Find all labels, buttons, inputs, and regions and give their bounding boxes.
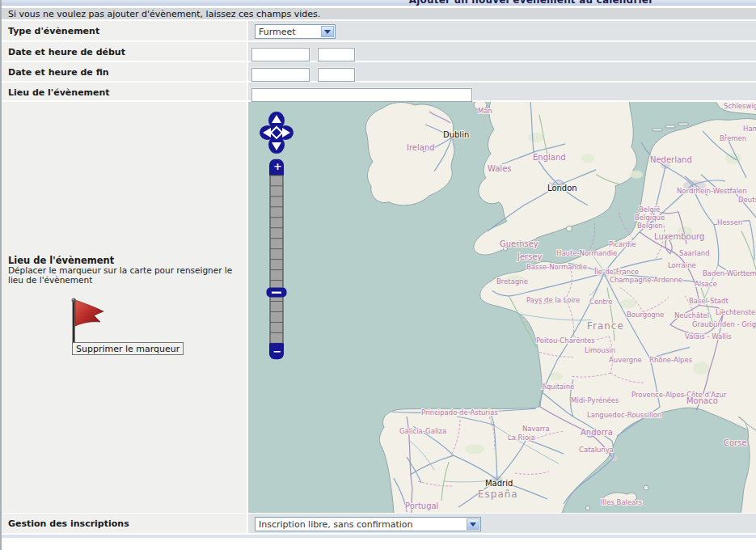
map-label: Liechtenstein xyxy=(716,308,756,316)
map-label: Pays de la Loire xyxy=(526,296,580,304)
event-type-select[interactable]: Furmeet xyxy=(255,24,336,39)
row-event-type: Type d'évènement Furmeet xyxy=(2,21,756,42)
map-label: Nederland xyxy=(650,155,692,164)
form-note: Si vous ne voulez pas ajouter d'évènemen… xyxy=(2,8,756,21)
map-label: Haute-Normandie xyxy=(556,249,617,257)
event-form-page: Ajouter un nouvel évènement au calendrie… xyxy=(0,0,756,550)
page-title: Ajouter un nouvel évènement au calendrie… xyxy=(268,0,756,6)
map-label: Jersey xyxy=(517,252,543,261)
map-label: Champagne-Ardenne xyxy=(610,276,682,284)
row-location-map: Lieu de l'évènement Déplacer le marqueur… xyxy=(2,102,756,514)
map-label: England xyxy=(533,153,566,162)
map-label: Bretagne xyxy=(496,277,528,286)
map-label: Île-de-France xyxy=(593,267,639,276)
map-zoom-control[interactable]: + − xyxy=(267,159,287,360)
map-label: Wales xyxy=(488,164,512,173)
registration-value: Inscription libre, sans confirmation xyxy=(259,519,480,530)
map-label: Valais - Wallis xyxy=(685,332,732,341)
map-label: Poitou-Charentes xyxy=(536,336,595,345)
wadden-island xyxy=(665,125,675,128)
map-label: Dublin xyxy=(443,130,469,139)
map-label: Madrid xyxy=(485,479,513,488)
ibiza-island xyxy=(586,506,590,510)
map-label: Aquitaine xyxy=(542,383,574,391)
map-label: Nordrhein-Westfalen xyxy=(677,187,747,195)
chevron-down-icon[interactable] xyxy=(467,518,479,530)
end-date-input[interactable] xyxy=(251,68,310,82)
start-time-input[interactable] xyxy=(318,48,355,61)
map-label: Man xyxy=(478,107,492,115)
map-label: Deutschl xyxy=(738,196,756,204)
map-label: België xyxy=(639,205,660,214)
map-label: La Rioja xyxy=(508,434,535,442)
chevron-down-icon[interactable] xyxy=(321,26,334,37)
map-label: Centre xyxy=(589,298,612,306)
section-titlebar: Ajouter un nouvel évènement au calendrie… xyxy=(2,0,756,8)
map-label: France xyxy=(587,320,624,332)
isle-of-wight xyxy=(567,226,572,231)
map-label: Corse xyxy=(724,438,747,447)
britain-landmass xyxy=(474,102,637,255)
row-end-datetime: Date et heure de fin xyxy=(2,62,756,82)
map-label: España xyxy=(478,489,518,500)
map-label: Hessen xyxy=(717,218,742,226)
map-label: Andorra xyxy=(581,428,613,437)
map-label: Belgien xyxy=(637,222,663,230)
map-label: Bourgogne xyxy=(627,311,664,319)
next-section-bar xyxy=(2,534,756,538)
map-label: Limousin xyxy=(585,346,615,354)
row-registration: Gestion des inscriptions Inscription lib… xyxy=(2,514,756,534)
map-label: Galicia-Galiza xyxy=(399,427,446,435)
map-container: ManDublinIrelandEnglandWalesLondonNederl… xyxy=(248,102,756,513)
map-label: Auvergne xyxy=(609,356,642,364)
map-label: Principado de Asturias xyxy=(421,408,498,417)
map-label: Rhône-Alpes xyxy=(649,356,692,364)
registration-select[interactable]: Inscription libre, sans confirmation xyxy=(255,517,481,531)
location-map-description: Déplacer le marqueur sur la carte pour r… xyxy=(8,266,247,285)
map-label: Catalunya xyxy=(579,446,614,454)
map-label: Midi-Pyrénées xyxy=(571,396,619,404)
map-label: Schleswig-Hol xyxy=(724,102,756,110)
map-label: Languedoc-Roussillon xyxy=(587,411,661,419)
end-time-input[interactable] xyxy=(318,68,355,82)
map-label: Ireland xyxy=(407,143,435,152)
remove-marker-button[interactable]: Supprimer le marqueur xyxy=(72,342,184,355)
map-label: Neuchâtel xyxy=(674,311,709,319)
map[interactable]: ManDublinIrelandEnglandWalesLondonNederl… xyxy=(248,102,756,513)
map-label: Portugal xyxy=(405,501,438,510)
wadden-island xyxy=(653,129,662,131)
map-label: Lorraine xyxy=(668,261,696,269)
map-label: Belgique xyxy=(635,214,665,222)
menorca-island xyxy=(644,485,648,490)
zoom-slider-handle-slot xyxy=(272,292,281,294)
location-text-label: Lieu de l'évènement xyxy=(2,82,248,100)
map-label: Baden-Württemberg xyxy=(703,269,756,277)
map-pan-control[interactable] xyxy=(260,112,294,154)
registration-label: Gestion des inscriptions xyxy=(2,514,248,533)
map-label: London xyxy=(547,184,577,192)
map-label: Monaco xyxy=(686,396,718,405)
map-label: Basel-Stadt xyxy=(689,297,729,305)
map-label: Graubünden - Grigioni xyxy=(692,320,756,328)
map-label: Navarra xyxy=(522,425,550,433)
event-type-label: Type d'évènement xyxy=(2,21,248,40)
map-label: Picardie xyxy=(609,240,636,248)
map-label: Alsace xyxy=(695,280,717,288)
map-label: Basse-Normandie xyxy=(526,263,587,271)
marker-flag-icon[interactable] xyxy=(69,296,106,345)
row-location-text: Lieu de l'évènement xyxy=(2,82,756,102)
map-label: Bremen xyxy=(720,134,746,142)
end-datetime-label: Date et heure de fin xyxy=(2,62,248,81)
row-start-datetime: Date et heure de début xyxy=(2,42,756,62)
map-label: Illes Balears xyxy=(601,498,642,506)
wadden-island xyxy=(678,123,688,125)
location-map-label: Lieu de l'évènement xyxy=(8,255,114,266)
zoom-out-label: − xyxy=(273,345,282,358)
location-input[interactable] xyxy=(251,88,472,102)
map-label: Hamb xyxy=(743,125,756,133)
start-datetime-label: Date et heure de début xyxy=(2,42,248,61)
start-date-input[interactable] xyxy=(251,48,310,61)
map-label: Luxembourg xyxy=(654,232,704,241)
map-label: Saarland xyxy=(679,249,710,257)
zoom-in-label: + xyxy=(273,160,282,172)
